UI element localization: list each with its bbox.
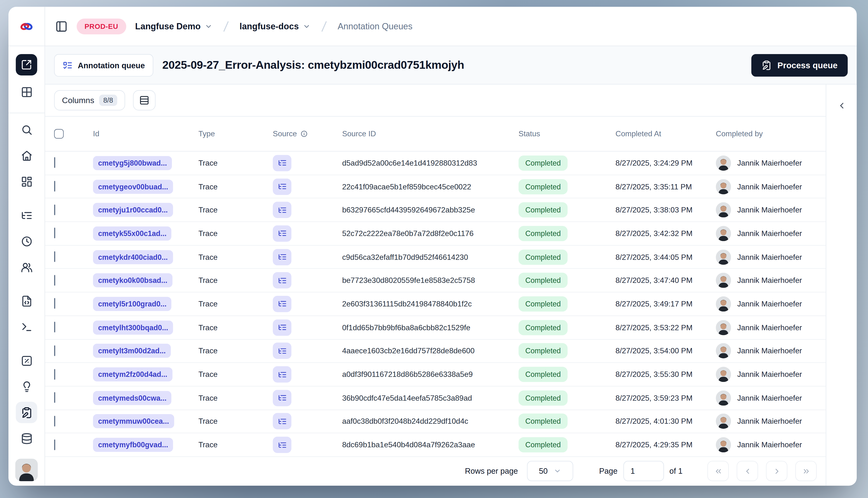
sidebar-toggle-button[interactable]: [55, 20, 68, 32]
completed-at: 8/27/2025, 4:01:30 PM: [616, 417, 716, 425]
sidebar-item-home[interactable]: [16, 145, 37, 166]
item-id-badge[interactable]: cmetylht300bqad0...: [93, 320, 173, 335]
last-page-button[interactable]: [795, 461, 817, 482]
source-trace-button[interactable]: [273, 366, 292, 383]
table-row[interactable]: cmetygeov00buad... Trace 22c41f09acae5b1…: [45, 175, 826, 198]
table-row[interactable]: cmetykdr400ciad0... Trace c9d56ca32efaff…: [45, 245, 826, 269]
table-row[interactable]: cmetyju1r00ccad0... Trace b63297665cfd44…: [45, 198, 826, 222]
column-header-type[interactable]: Type: [198, 130, 273, 138]
list-tree-icon: [277, 346, 287, 355]
table-row[interactable]: cmetyko0k00bsad... Trace be7723e30d80205…: [45, 269, 826, 292]
item-id-badge[interactable]: cmetymyfb00gvad...: [93, 438, 173, 452]
row-checkbox[interactable]: [54, 439, 55, 450]
table-row[interactable]: cmetymyfb00gvad... Trace 8dc69b1ba1e540b…: [45, 433, 826, 457]
table-row[interactable]: cmetymmuw00cea... Trace aaf0c38db0f3f204…: [45, 410, 826, 434]
row-checkbox[interactable]: [54, 345, 55, 356]
avatar-photo: [716, 179, 731, 194]
table-row[interactable]: cmetylht300bqad0... Trace 0f1dd65b7bb9bf…: [45, 316, 826, 340]
sidebar-item-insights[interactable]: [16, 376, 37, 397]
source-trace-button[interactable]: [273, 272, 292, 289]
item-id-badge[interactable]: cmetyk55x00c1ad...: [93, 226, 172, 240]
item-id-badge[interactable]: cmetygeov00buad...: [93, 180, 173, 194]
table-row[interactable]: cmetyk55x00c1ad... Trace 52c72c2222ea78e…: [45, 222, 826, 246]
row-checkbox[interactable]: [54, 228, 55, 239]
sidebar-item-tables[interactable]: [16, 81, 37, 103]
row-checkbox[interactable]: [54, 204, 55, 215]
completed-by-name: Jannik Maierhoefer: [737, 300, 802, 308]
rows-per-page-select[interactable]: 50: [527, 461, 573, 482]
status-badge: Completed: [519, 437, 568, 452]
select-all-checkbox[interactable]: [54, 129, 64, 139]
column-header-completed-by[interactable]: Completed by: [716, 130, 817, 138]
project-switcher[interactable]: langfuse-docs: [239, 21, 311, 31]
first-page-button[interactable]: [708, 461, 729, 482]
org-switcher[interactable]: Langfuse Demo: [135, 21, 212, 31]
item-id-badge[interactable]: cmetyju1r00ccad0...: [93, 203, 173, 217]
item-id-badge[interactable]: cmetymeds00cwa...: [93, 391, 172, 405]
drawer-collapse-button[interactable]: [833, 97, 850, 114]
columns-button[interactable]: Columns 8/8: [54, 90, 125, 110]
sidebar-item-dashboards[interactable]: [16, 171, 37, 192]
table-row[interactable]: cmetymeds00cwa... Trace 36b90cdfc47e5da1…: [45, 386, 826, 410]
list-tree-icon: [277, 276, 287, 285]
row-checkbox[interactable]: [54, 181, 55, 192]
row-checkbox[interactable]: [54, 322, 55, 333]
source-trace-button[interactable]: [273, 155, 292, 171]
previous-page-button[interactable]: [737, 461, 758, 482]
completed-at: 8/27/2025, 3:44:05 PM: [616, 253, 716, 261]
item-id-badge[interactable]: cmetym2fz00d4ad...: [93, 367, 172, 381]
source-trace-button[interactable]: [273, 319, 292, 336]
status-badge: Completed: [519, 296, 568, 312]
source-trace-button[interactable]: [273, 343, 292, 359]
source-trace-button[interactable]: [273, 437, 292, 453]
source-trace-button[interactable]: [273, 225, 292, 241]
user-avatar[interactable]: [15, 459, 38, 481]
table-row[interactable]: cmetyg5j800bwad... Trace d5ad9d52a00c6e1…: [45, 152, 826, 175]
source-trace-button[interactable]: [273, 296, 292, 312]
sidebar-item-datasets[interactable]: [16, 428, 37, 449]
row-checkbox[interactable]: [54, 392, 55, 403]
clipboard-pen-icon: [21, 406, 33, 418]
source-trace-button[interactable]: [273, 202, 292, 218]
row-checkbox[interactable]: [54, 298, 55, 309]
source-trace-button[interactable]: [273, 178, 292, 195]
sidebar-item-sessions[interactable]: [16, 231, 37, 252]
source-trace-button[interactable]: [273, 413, 292, 430]
row-checkbox[interactable]: [54, 157, 55, 168]
sidebar-item-annotation-queues[interactable]: [16, 402, 37, 423]
source-trace-button[interactable]: [273, 249, 292, 265]
column-header-status[interactable]: Status: [519, 130, 616, 138]
item-id-badge[interactable]: cmetylt3m00d2ad...: [93, 344, 171, 358]
column-header-source[interactable]: Source: [273, 130, 342, 138]
item-id-badge[interactable]: cmetyko0k00bsad...: [93, 274, 172, 288]
list-tree-icon: [277, 393, 287, 403]
item-id-badge[interactable]: cmetykdr400ciad0...: [93, 250, 173, 264]
table-row[interactable]: cmetylt3m00d2ad... Trace 4aaece1603cb2e1…: [45, 339, 826, 363]
row-height-button[interactable]: [133, 90, 155, 110]
sidebar-item-evaluation[interactable]: [16, 350, 37, 371]
table-row[interactable]: cmetym2fz00d4ad... Trace a0df3f901167218…: [45, 363, 826, 386]
item-id-badge[interactable]: cmetymmuw00cea...: [93, 414, 174, 429]
row-checkbox[interactable]: [54, 416, 55, 427]
source-trace-button[interactable]: [273, 390, 292, 406]
row-checkbox[interactable]: [54, 275, 55, 286]
sidebar-item-search[interactable]: [16, 119, 37, 140]
item-id-badge[interactable]: cmetyl5r100grad0...: [93, 297, 172, 311]
sidebar-item-open-app[interactable]: [16, 54, 37, 76]
sidebar-item-prompts[interactable]: [16, 290, 37, 312]
column-header-id[interactable]: Id: [93, 130, 198, 138]
table-row[interactable]: cmetyl5r100grad0... Trace 2e603f31361115…: [45, 292, 826, 316]
row-checkbox[interactable]: [54, 369, 55, 380]
langfuse-logo[interactable]: [9, 7, 45, 46]
completed-by-avatar: [716, 367, 731, 382]
next-page-button[interactable]: [766, 461, 788, 482]
row-checkbox[interactable]: [54, 251, 55, 262]
page-number-input[interactable]: [623, 461, 664, 482]
process-queue-button[interactable]: Process queue: [751, 54, 847, 76]
item-id-badge[interactable]: cmetyg5j800bwad...: [93, 156, 172, 170]
sidebar-item-tracing[interactable]: [16, 205, 37, 226]
sidebar-item-playground[interactable]: [16, 316, 37, 338]
sidebar-item-users[interactable]: [16, 257, 37, 278]
column-header-source-id[interactable]: Source ID: [342, 130, 519, 138]
column-header-completed-at[interactable]: Completed At: [616, 130, 716, 138]
